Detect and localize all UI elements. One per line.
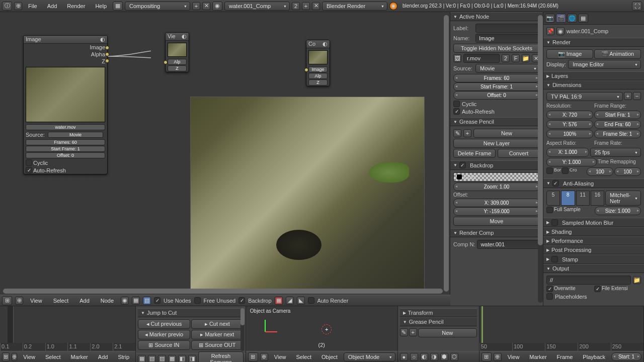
render-engine-dropdown[interactable]: Blender Render — [322, 2, 387, 11]
ctx-render-icon[interactable]: 📷 — [545, 14, 555, 23]
render-image-button[interactable]: 📷 Image — [546, 49, 593, 59]
ctx-object-icon[interactable]: ▦ — [578, 14, 588, 23]
timeline[interactable]: 50 100 150 200 250 — [479, 306, 643, 351]
mode-dropdown[interactable]: Object Mode — [344, 352, 395, 361]
collapse-icon[interactable]: ⊕ — [15, 297, 23, 305]
backdrop-color[interactable]: Color — [453, 172, 540, 182]
editor-type-icon[interactable]: ⊞ — [248, 352, 258, 361]
scene-icon[interactable]: ◉ — [556, 27, 565, 35]
ctx-world-icon[interactable]: 🌐 — [567, 14, 577, 23]
aa-8-button[interactable]: 8 — [561, 191, 575, 206]
open-file-icon[interactable]: 📁 — [522, 54, 530, 62]
gp-new-layer-button[interactable]: New Layer — [453, 139, 540, 148]
panel-grease-3d[interactable]: Grease Pencil — [400, 317, 477, 326]
start-frame-field[interactable]: Start: 1 — [611, 352, 641, 361]
editor-type-icon[interactable]: ⊞ — [481, 352, 492, 361]
marker-prev-button[interactable]: ◂ Marker previo — [138, 330, 190, 339]
menu-add[interactable]: Add — [43, 3, 61, 9]
backdrop-rgb-icon[interactable]: ▦ — [275, 297, 283, 305]
node-editor[interactable]: Image◐ Image Alpha Z water.mov Source:Mo… — [0, 12, 450, 295]
zoom-field[interactable]: Zoom: 1.00 — [453, 183, 540, 191]
panel-jump-to-cut[interactable]: Jump to Cut — [138, 308, 244, 317]
menu-add[interactable]: Add — [75, 298, 94, 304]
ctx-scene-icon[interactable]: 🎬 — [556, 14, 566, 23]
fps-dropdown[interactable]: 25 fps — [590, 148, 641, 157]
node-file-field[interactable]: water.mov — [26, 124, 105, 130]
source-in-button[interactable]: ⊞ Source IN — [138, 340, 190, 350]
use-nodes-check[interactable] — [154, 297, 160, 304]
add-screen-icon[interactable]: + — [192, 2, 200, 10]
pin-icon[interactable]: 📌 — [546, 27, 554, 35]
menu-select[interactable]: Select — [49, 298, 73, 304]
menu-help[interactable]: Help — [91, 3, 111, 9]
offset-x-field[interactable]: X: 309.000 — [453, 199, 540, 207]
node-viewer[interactable]: Vie◐ Alp Z — [165, 32, 189, 72]
frames-field[interactable]: Frames: 60 — [453, 74, 540, 82]
add-preset-icon[interactable]: + — [624, 92, 632, 100]
node-image[interactable]: Image◐ Image Alpha Z water.mov Source:Mo… — [23, 35, 108, 174]
backdrop-check[interactable] — [238, 297, 245, 304]
shading-solid-icon[interactable]: ● — [400, 353, 408, 361]
preset-dropdown[interactable]: TV PAL 16:9 — [546, 92, 623, 101]
editor-type-icon[interactable]: ⊞ — [2, 352, 10, 361]
fullscreen-icon[interactable]: ⛶ — [632, 2, 642, 11]
panel-grease-pencil[interactable]: Grease Pencil — [450, 117, 543, 126]
tex-tree-icon[interactable]: ▦ — [132, 297, 140, 305]
pencil-icon[interactable]: ✎ — [400, 328, 408, 336]
panel-layers[interactable]: Layers — [543, 71, 644, 80]
panel-render-comp[interactable]: Render Comp — [450, 228, 543, 237]
gp-convert-button[interactable]: Convert — [498, 149, 540, 158]
screen-layout-dropdown[interactable]: Compositing — [125, 2, 190, 11]
3d-viewport[interactable]: Object as Camera (2) — [246, 306, 397, 351]
collapse-menus-icon[interactable]: ⊕ — [14, 2, 22, 10]
aa-16-button[interactable]: 16 — [591, 191, 604, 206]
scene-dropdown[interactable]: water.001_Comp — [224, 2, 290, 11]
aa-5-button[interactable]: 5 — [546, 191, 560, 206]
screen-browse-icon[interactable]: ▦ — [113, 2, 123, 11]
aa-11-button[interactable]: 11 — [576, 191, 590, 206]
menu-node[interactable]: Node — [97, 298, 118, 304]
node-composite[interactable]: Co◐ Image Alp Z — [306, 40, 330, 86]
menu-view[interactable]: View — [26, 298, 46, 304]
aa-filter-dropdown[interactable]: Mitchell-Netr — [605, 191, 641, 206]
add-scene-icon[interactable]: + — [302, 2, 310, 10]
offset-y-field[interactable]: Y: -159.000 — [453, 207, 540, 216]
panel-dimensions[interactable]: Dimensions — [543, 80, 644, 89]
panel-transform[interactable]: Transform — [400, 308, 477, 317]
move-button[interactable]: Move — [453, 217, 540, 226]
gp-new-button[interactable]: New — [473, 129, 540, 138]
marker-next-button[interactable]: ▸ Marker next — [191, 330, 244, 339]
panel-render[interactable]: Render — [543, 38, 644, 47]
image-browse-icon[interactable]: 🖼 — [453, 54, 461, 62]
panel-shading[interactable]: Shading — [543, 227, 644, 236]
panel-motion-blur[interactable]: Sampled Motion Blur — [543, 218, 644, 227]
output-path-input[interactable]: // — [546, 276, 631, 285]
panel-anti-aliasing[interactable]: Anti-Aliasing — [543, 178, 644, 188]
render-animation-button[interactable]: 🎬 Animation — [594, 49, 641, 59]
delete-screen-icon[interactable]: ✕ — [202, 2, 210, 10]
shader-tree-icon[interactable]: ◉ — [121, 297, 129, 305]
sequencer-timeline[interactable]: 0+02 0.1 0.2 1.0 1.1 2.0 2.1 — [0, 306, 135, 351]
vse-view-icon[interactable]: ▦ — [138, 355, 146, 363]
display-dropdown[interactable]: Image Editor — [568, 60, 641, 69]
node-name-input[interactable]: Image — [475, 34, 540, 43]
scene-users[interactable]: 2 — [292, 2, 300, 10]
auto-render-check[interactable] — [308, 297, 314, 304]
node-label-input[interactable] — [475, 24, 540, 33]
backdrop-z-icon[interactable]: ◣ — [297, 297, 305, 305]
panel-output[interactable]: Output — [543, 264, 644, 273]
folder-icon[interactable]: 📁 — [633, 276, 641, 284]
node-collapse-icon[interactable]: ◐ — [323, 41, 328, 47]
cut-previous-button[interactable]: ◂ Cut previous — [138, 319, 190, 329]
panel-backdrop[interactable]: Backdrop — [450, 160, 543, 170]
comp-name-input[interactable]: water.001 — [477, 240, 540, 249]
scene-browse-icon[interactable]: ◉ — [212, 2, 222, 11]
node-collapse-icon[interactable]: ◐ — [100, 36, 105, 43]
remove-preset-icon[interactable]: − — [633, 92, 641, 100]
free-unused-check[interactable] — [194, 297, 201, 304]
gp-new-3d-button[interactable]: New — [418, 328, 477, 337]
panel-stamp[interactable]: Stamp — [543, 254, 644, 264]
menu-render[interactable]: Render — [63, 3, 89, 9]
source-dropdown[interactable]: Movie — [475, 64, 540, 73]
editor-type-icon[interactable]: ⊞ — [2, 296, 12, 305]
